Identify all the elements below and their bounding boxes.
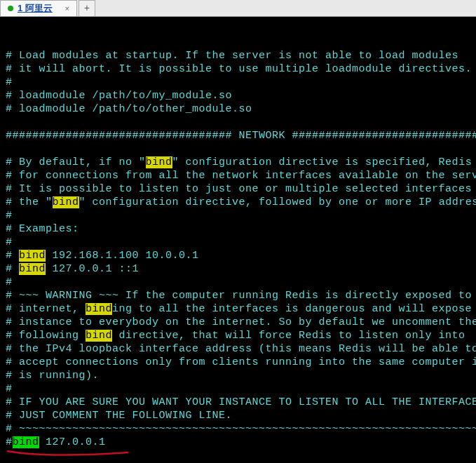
terminal-line: # (6, 236, 470, 249)
text-span: loadmodule /path/to/other_module.so (19, 103, 252, 115)
terminal-line: #bind 127.0.0.1 (6, 436, 470, 449)
text-span: # (6, 210, 13, 222)
terminal-line: # (6, 276, 470, 289)
text-span: internet, (19, 303, 86, 315)
highlight: bind (86, 303, 112, 315)
text-span: # (6, 290, 19, 302)
text-span: # (6, 236, 13, 248)
text-span: # (6, 170, 19, 182)
tab-1[interactable]: 1 阿里云 × (0, 0, 77, 16)
text-span: accept connections only from clients run… (19, 356, 476, 368)
close-icon[interactable]: × (65, 4, 69, 13)
terminal-line: # Load modules at startup. If the server… (6, 49, 470, 62)
terminal-line: # instance to everybody on the internet.… (6, 316, 470, 329)
tab-label: 1 阿里云 (18, 2, 53, 15)
plus-icon: + (84, 3, 90, 14)
text-span: # (6, 50, 19, 62)
text-span: Examples: (19, 223, 79, 235)
text-span: Load modules at startup. If the server i… (19, 50, 458, 62)
text-span: # (6, 196, 19, 208)
text-span: It is possible to listen to just one or … (19, 183, 476, 195)
text-span: 127.0.0.1 (39, 436, 106, 448)
status-dot-icon (8, 6, 13, 11)
terminal-line: # loadmodule /path/to/other_module.so (6, 102, 470, 116)
text-span: # (6, 330, 19, 342)
tab-bar: 1 阿里云 × + (0, 0, 476, 17)
highlight: bind (86, 330, 112, 342)
text-span: the IPv4 loopback interface address (thi… (19, 343, 476, 355)
text-span: # (6, 423, 19, 435)
terminal-line: # It is possible to listen to just one o… (6, 182, 470, 196)
text-span: # (6, 370, 19, 382)
text-span: loadmodule /path/to/my_module.so (19, 90, 232, 102)
terminal-line: # By default, if no "bind" configuration… (6, 156, 470, 169)
text-span: for connections from all the network int… (19, 170, 476, 182)
terminal-line: # loadmodule /path/to/my_module.so (6, 89, 470, 102)
text-span: the " (19, 196, 53, 208)
terminal-line: # Examples: (6, 222, 470, 236)
terminal-line: # ~~~~~~~~~~~~~~~~~~~~~~~~~~~~~~~~~~~~~~… (6, 422, 470, 436)
text-span: IF YOU ARE SURE YOU WANT YOUR INSTANCE T… (19, 396, 476, 408)
text-span: # (6, 63, 19, 75)
terminal-line: # (6, 209, 470, 222)
terminal-line: # ~~~ WARNING ~~~ If the computer runnin… (6, 289, 470, 302)
text-span: ~~~ WARNING ~~~ If the computer running … (19, 290, 476, 302)
terminal-line (6, 142, 470, 156)
text-span: # (6, 263, 19, 275)
terminal-line: # IF YOU ARE SURE YOU WANT YOUR INSTANCE… (6, 396, 470, 409)
terminal-line: # bind 192.168.1.100 10.0.0.1 (6, 249, 470, 262)
terminal-line: # is running). (6, 369, 470, 382)
highlight: bind (53, 196, 79, 208)
terminal-line: # accept connections only from clients r… (6, 356, 470, 369)
text-span: ~~~~~~~~~~~~~~~~~~~~~~~~~~~~~~~~~~~~~~~~… (19, 423, 476, 435)
highlight: bind (13, 436, 39, 448)
terminal-line: # internet, binding to all the interface… (6, 302, 470, 316)
highlight: bind (19, 263, 46, 275)
text-span: # (6, 396, 19, 408)
text-span: ing to all the interfaces is dangerous a… (112, 303, 476, 315)
terminal-line: # it will abort. It is possible to use m… (6, 62, 470, 76)
text-span: # (6, 436, 13, 448)
text-span: # (6, 316, 19, 328)
terminal-line: ################################## NETWO… (6, 129, 470, 142)
text-span: # (6, 343, 19, 355)
text-span: # (6, 410, 19, 422)
text-span: " configuration directive is specified, … (172, 156, 476, 168)
text-span: # (6, 183, 19, 195)
add-tab-button[interactable]: + (79, 0, 95, 16)
terminal-line: # bind 127.0.0.1 ::1 (6, 262, 470, 276)
text-span: # (6, 103, 19, 115)
text-span: instance to everybody on the internet. S… (19, 316, 476, 328)
terminal-line: # (6, 76, 470, 89)
text-span: # (6, 223, 19, 235)
terminal-line (6, 116, 470, 129)
text-span: # (6, 90, 19, 102)
highlight: bind (146, 156, 172, 168)
text-span: directive, that will force Redis to list… (112, 330, 465, 342)
terminal-output[interactable]: # Load modules at startup. If the server… (0, 17, 476, 463)
text-span: it will abort. It is possible to use mul… (19, 63, 472, 75)
text-span: # (6, 76, 13, 88)
text-span: # (6, 383, 13, 395)
terminal-line: # the IPv4 loopback interface address (t… (6, 342, 470, 356)
text-span: # (6, 303, 19, 315)
text-span: " configuration directive, followed by o… (79, 196, 476, 208)
text-span: is running). (19, 370, 99, 382)
text-span: # (6, 356, 19, 368)
text-span: following (19, 330, 86, 342)
text-span: By default, if no " (19, 156, 146, 168)
text-span: # (6, 250, 19, 262)
text-span: 192.168.1.100 10.0.0.1 (46, 250, 199, 262)
terminal-line: # (6, 382, 470, 396)
text-span: JUST COMMENT THE FOLLOWING LINE. (19, 410, 232, 422)
terminal-line: # following bind directive, that will fo… (6, 329, 470, 342)
terminal-line (6, 449, 470, 462)
terminal-line: # JUST COMMENT THE FOLLOWING LINE. (6, 409, 470, 422)
text-span: 127.0.0.1 ::1 (46, 263, 139, 275)
text-span: ################################## NETWO… (6, 130, 476, 142)
text-span: # (6, 156, 19, 168)
text-span: # (6, 276, 13, 288)
highlight: bind (19, 250, 46, 262)
terminal-line: # the "bind" configuration directive, fo… (6, 196, 470, 209)
terminal-line: # for connections from all the network i… (6, 169, 470, 182)
